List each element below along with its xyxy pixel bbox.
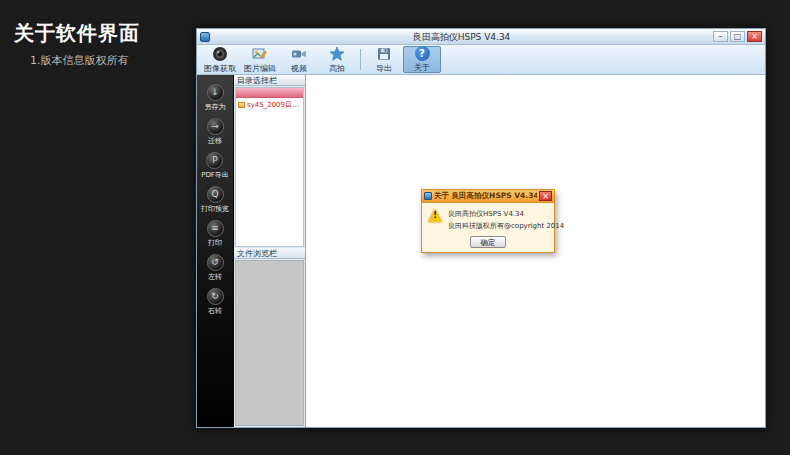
dialog-titlebar[interactable]: 关于 良田高拍仪HSPS V4.34 × — [422, 190, 554, 203]
toolbar-button-export[interactable]: 导出 — [365, 46, 403, 73]
tree-item[interactable]: sy45_2009目... — [236, 98, 303, 112]
toolbar-separator — [360, 49, 361, 70]
directory-tree[interactable]: sy45_2009目... — [235, 87, 304, 247]
side-button-print[interactable]: ≡ 打印 — [207, 220, 224, 248]
star-shot-icon — [329, 46, 345, 62]
toolbar-button-image-edit[interactable]: 图片编辑 — [240, 46, 280, 73]
toolbar-button-highshot[interactable]: 高拍 — [318, 46, 356, 73]
side-button-label: 迁移 — [208, 136, 222, 146]
warning-icon: ! — [428, 209, 443, 223]
toolbar-button-label: 视频 — [291, 63, 307, 74]
toolbar-button-label: 导出 — [376, 63, 392, 74]
dialog-close-button[interactable]: × — [539, 191, 552, 201]
toolbar-button-video[interactable]: 视频 — [280, 46, 318, 73]
close-button[interactable]: × — [747, 31, 762, 42]
dialog-line-copyright: 良田科技版权所有@copyright 2014 — [448, 221, 564, 231]
toolbar-button-label: 高拍 — [329, 63, 345, 74]
side-button-print-preview[interactable]: Q 打印预览 — [201, 186, 229, 214]
about-icon: ? — [414, 46, 430, 61]
browser-panel: 目录选择栏 sy45_2009目... 文件浏览栏 — [234, 75, 306, 427]
window-controls: – □ × — [713, 31, 762, 42]
dialog-text: 良田高拍仪HSPS V4.34 良田科技版权所有@copyright 2014 — [448, 209, 564, 249]
dialog-line-product: 良田高拍仪HSPS V4.34 — [448, 209, 564, 219]
save-as-icon: ↓ — [207, 84, 224, 101]
side-toolbar: ↓ 另存为 → 迁移 P PDF导出 Q 打印预览 ≡ 打印 ↺ 左转 — [197, 75, 234, 427]
image-edit-icon — [252, 46, 268, 62]
ok-button[interactable]: 确定 — [470, 236, 506, 248]
maximize-button[interactable]: □ — [730, 31, 745, 42]
side-button-rotate-right[interactable]: ↻ 右转 — [207, 288, 224, 316]
toolbar-button-about[interactable]: ? 关于 — [403, 46, 441, 73]
side-button-label: 另存为 — [205, 102, 226, 112]
video-icon — [291, 46, 307, 62]
side-button-label: 打印 — [208, 238, 222, 248]
side-button-label: 左转 — [208, 272, 222, 282]
side-button-label: PDF导出 — [201, 170, 229, 180]
export-icon — [376, 46, 392, 62]
file-browser-area[interactable] — [235, 260, 304, 426]
tree-selected-root-highlight[interactable] — [236, 88, 303, 98]
dialog-title: 关于 良田高拍仪HSPS V4.34 — [434, 191, 537, 201]
page-title: 关于软件界面 — [14, 20, 140, 47]
toolbar-button-label: 图片编辑 — [244, 63, 276, 74]
titlebar[interactable]: 良田高拍仪HSPS V4.34 – □ × — [197, 29, 765, 45]
side-button-pdf-export[interactable]: P PDF导出 — [201, 152, 229, 180]
side-button-migrate[interactable]: → 迁移 — [207, 118, 224, 146]
rotate-left-icon: ↺ — [207, 254, 224, 271]
question-glyph: ? — [415, 46, 430, 61]
toolbar-button-label: 关于 — [414, 62, 430, 73]
window-title: 良田高拍仪HSPS V4.34 — [213, 30, 710, 44]
about-dialog: 关于 良田高拍仪HSPS V4.34 × ! 良田高拍仪HSPS V4.34 良… — [421, 189, 555, 253]
pdf-export-icon: P — [206, 152, 223, 169]
rotate-right-icon: ↻ — [207, 288, 224, 305]
page-subtitle: 1.版本信息版权所有 — [30, 53, 129, 68]
camera-capture-icon — [212, 46, 228, 62]
side-button-rotate-left[interactable]: ↺ 左转 — [207, 254, 224, 282]
migrate-icon: → — [207, 118, 224, 135]
app-window: 良田高拍仪HSPS V4.34 – □ × 图像获取 图片编辑 视频 — [196, 28, 766, 428]
app-icon — [200, 32, 210, 42]
toolbar: 图像获取 图片编辑 视频 高拍 导出 — [197, 45, 765, 75]
toolbar-button-label: 图像获取 — [204, 63, 236, 74]
toolbar-button-capture[interactable]: 图像获取 — [200, 46, 240, 73]
print-preview-icon: Q — [207, 186, 224, 203]
dialog-app-icon — [424, 192, 432, 200]
dialog-body: ! 良田高拍仪HSPS V4.34 良田科技版权所有@copyright 201… — [422, 203, 554, 252]
warning-exclamation-glyph: ! — [428, 211, 442, 220]
side-button-save-as[interactable]: ↓ 另存为 — [205, 84, 226, 112]
side-button-label: 右转 — [208, 306, 222, 316]
directory-panel-header: 目录选择栏 — [234, 75, 305, 86]
tree-item-label: sy45_2009目... — [247, 100, 299, 110]
file-panel-header: 文件浏览栏 — [234, 248, 305, 259]
folder-icon — [238, 102, 245, 108]
side-button-label: 打印预览 — [201, 204, 229, 214]
print-icon: ≡ — [207, 220, 224, 237]
minimize-button[interactable]: – — [713, 31, 728, 42]
